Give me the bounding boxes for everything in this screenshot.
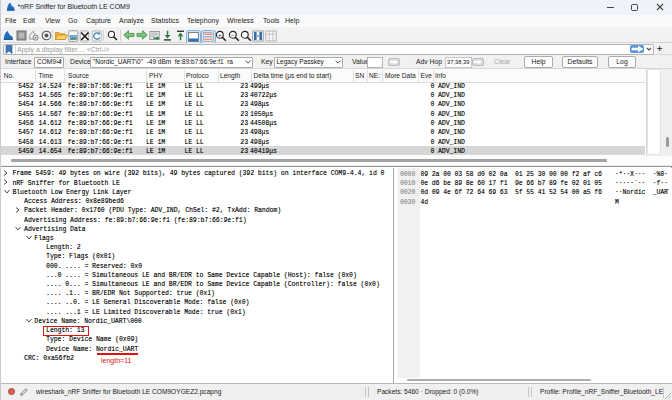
svg-text:−: − [231,31,235,37]
svg-text:+: + [218,31,222,37]
